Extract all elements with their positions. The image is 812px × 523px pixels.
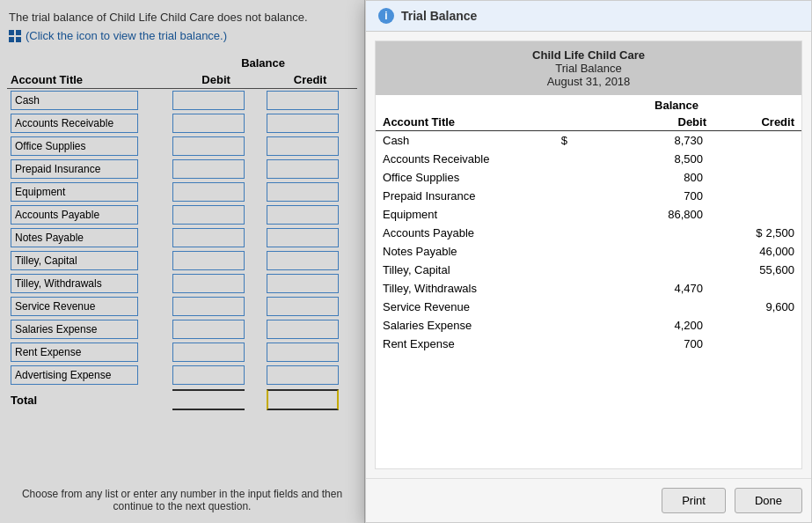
modal-dollar-2 bbox=[552, 168, 569, 187]
modal-account-11: Rent Expense bbox=[376, 335, 552, 353]
modal-account-10: Salaries Expense bbox=[376, 316, 552, 335]
modal-dollar-4 bbox=[552, 205, 569, 224]
trial-balance-modal: i Trial Balance Child Life Child Care Tr… bbox=[365, 0, 812, 523]
modal-table: Balance Account Title Debit Credit Cash$… bbox=[376, 95, 801, 353]
modal-table-row: Tilley, Withdrawals4,470 bbox=[376, 279, 801, 298]
modal-table-row: Accounts Receivable8,500 bbox=[376, 150, 801, 168]
modal-credit-4 bbox=[713, 205, 801, 224]
info-icon: i bbox=[378, 8, 394, 24]
tb-card-header: Child Life Child Care Trial Balance Augu… bbox=[376, 41, 801, 95]
modal-debit-4: 86,800 bbox=[569, 205, 713, 224]
modal-balance-header: Balance bbox=[552, 95, 801, 114]
modal-debit-0: 8,730 bbox=[569, 131, 713, 151]
modal-dollar-1 bbox=[552, 150, 569, 168]
modal-account-7: Tilley, Capital bbox=[376, 261, 552, 279]
modal-footer: Print Done bbox=[366, 478, 811, 522]
modal-dollar-6 bbox=[552, 242, 569, 261]
done-button[interactable]: Done bbox=[735, 488, 802, 513]
modal-debit-6 bbox=[569, 242, 713, 261]
modal-debit-2: 800 bbox=[569, 168, 713, 187]
modal-debit-1: 8,500 bbox=[569, 150, 713, 168]
modal-table-row: Prepaid Insurance700 bbox=[376, 187, 801, 205]
modal-account-8: Tilley, Withdrawals bbox=[376, 279, 552, 298]
modal-debit-11: 700 bbox=[569, 335, 713, 353]
modal-credit-9: 9,600 bbox=[713, 298, 801, 316]
modal-table-row: Tilley, Capital55,600 bbox=[376, 261, 801, 279]
modal-credit-10 bbox=[713, 316, 801, 335]
modal-table-row: Cash$8,730 bbox=[376, 131, 801, 151]
modal-dollar-0: $ bbox=[552, 131, 569, 151]
modal-credit-1 bbox=[713, 150, 801, 168]
modal-col-credit: Credit bbox=[713, 114, 801, 131]
modal-title: Trial Balance bbox=[401, 9, 477, 23]
modal-account-5: Accounts Payable bbox=[376, 224, 552, 242]
modal-table-row: Notes Payable46,000 bbox=[376, 242, 801, 261]
modal-credit-3 bbox=[713, 187, 801, 205]
modal-account-1: Accounts Receivable bbox=[376, 150, 552, 168]
modal-header: i Trial Balance bbox=[366, 1, 811, 32]
modal-account-3: Prepaid Insurance bbox=[376, 187, 552, 205]
modal-credit-11 bbox=[713, 335, 801, 353]
modal-account-0: Cash bbox=[376, 131, 552, 151]
modal-table-row: Service Revenue9,600 bbox=[376, 298, 801, 316]
modal-debit-10: 4,200 bbox=[569, 316, 713, 335]
modal-credit-2 bbox=[713, 168, 801, 187]
modal-credit-8 bbox=[713, 279, 801, 298]
modal-dollar-8 bbox=[552, 279, 569, 298]
card-date: August 31, 2018 bbox=[383, 75, 794, 88]
modal-credit-5: $2,500 bbox=[713, 224, 801, 242]
modal-account-6: Notes Payable bbox=[376, 242, 552, 261]
modal-credit-6: 46,000 bbox=[713, 242, 801, 261]
modal-dollar-3 bbox=[552, 187, 569, 205]
modal-col-debit: Debit bbox=[552, 114, 713, 131]
modal-col-account: Account Title bbox=[376, 114, 552, 131]
company-name: Child Life Child Care bbox=[383, 48, 794, 62]
modal-table-row: Office Supplies800 bbox=[376, 168, 801, 187]
modal-credit-7: 55,600 bbox=[713, 261, 801, 279]
modal-account-9: Service Revenue bbox=[376, 298, 552, 316]
modal-body: Child Life Child Care Trial Balance Augu… bbox=[366, 32, 811, 478]
trial-balance-card: Child Life Child Care Trial Balance Augu… bbox=[375, 41, 802, 469]
card-subtitle: Trial Balance bbox=[383, 62, 794, 75]
modal-table-row: Accounts Payable$2,500 bbox=[376, 224, 801, 242]
modal-dollar-5 bbox=[552, 224, 569, 242]
modal-dollar-9 bbox=[552, 298, 569, 316]
modal-table-row: Rent Expense700 bbox=[376, 335, 801, 353]
modal-table-row: Salaries Expense4,200 bbox=[376, 316, 801, 335]
modal-debit-9 bbox=[569, 298, 713, 316]
modal-dollar-7 bbox=[552, 261, 569, 279]
modal-dollar-10 bbox=[552, 316, 569, 335]
modal-debit-8: 4,470 bbox=[569, 279, 713, 298]
modal-dollar-11 bbox=[552, 335, 569, 353]
modal-debit-7 bbox=[569, 261, 713, 279]
modal-debit-5 bbox=[569, 224, 713, 242]
modal-account-4: Equipment bbox=[376, 205, 552, 224]
modal-account-2: Office Supplies bbox=[376, 168, 552, 187]
print-button[interactable]: Print bbox=[662, 488, 726, 513]
modal-debit-3: 700 bbox=[569, 187, 713, 205]
modal-table-row: Equipment86,800 bbox=[376, 205, 801, 224]
modal-credit-0 bbox=[713, 131, 801, 151]
